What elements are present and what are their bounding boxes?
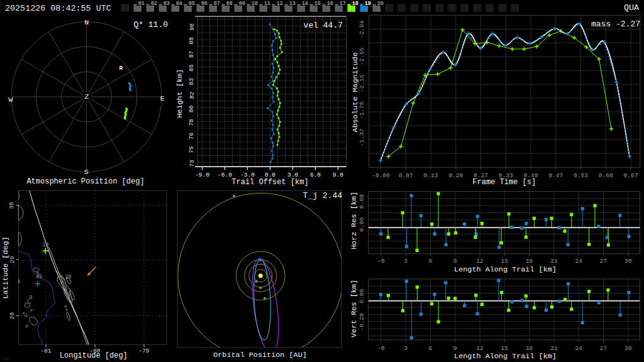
- svg-text:20: 20: [65, 274, 72, 280]
- svg-text:80: 80: [189, 105, 196, 112]
- svg-text:24: 24: [575, 345, 582, 352]
- svg-text:28: 28: [9, 312, 16, 320]
- svg-text:PJW: PJW: [2, 357, 9, 361]
- svg-text:Frame Time [s]: Frame Time [s]: [472, 178, 536, 187]
- svg-text:10: 10: [252, 1, 258, 7]
- svg-text:30: 30: [625, 258, 632, 265]
- svg-text:-9.0: -9.0: [195, 172, 209, 178]
- svg-text:21: 21: [550, 258, 558, 265]
- svg-text:-2.94: -2.94: [358, 20, 365, 38]
- svg-text:02: 02: [151, 1, 157, 7]
- svg-text:Length Along Trail [km]: Length Along Trail [km]: [454, 265, 557, 274]
- svg-text:0.67: 0.67: [624, 172, 638, 179]
- svg-text:0.08: 0.08: [358, 194, 365, 209]
- svg-text:Q* 11.0: Q* 11.0: [133, 20, 168, 30]
- svg-text:Height [km]: Height [km]: [175, 69, 184, 118]
- svg-text:75: 75: [189, 146, 196, 153]
- svg-text:83: 83: [189, 78, 196, 85]
- svg-text:82: 82: [189, 92, 196, 99]
- svg-text:18: 18: [526, 345, 533, 352]
- svg-text:49: 49: [36, 274, 42, 280]
- svg-text:0.07: 0.07: [399, 172, 413, 179]
- svg-text:-3.0: -3.0: [240, 172, 255, 178]
- svg-text:24: 24: [575, 258, 582, 265]
- svg-text:Z: Z: [84, 92, 89, 101]
- svg-text:-79: -79: [138, 348, 149, 354]
- svg-text:0.20: 0.20: [448, 172, 463, 179]
- svg-text:vel 44.7: vel 44.7: [304, 21, 343, 30]
- svg-text:03: 03: [164, 1, 170, 7]
- svg-text:04: 04: [176, 1, 182, 7]
- svg-text:0.53: 0.53: [574, 172, 588, 179]
- svg-text:12: 12: [277, 1, 283, 7]
- svg-text:Trail Offset [km]: Trail Offset [km]: [231, 178, 308, 187]
- svg-text:18: 18: [352, 1, 358, 7]
- svg-text:18: 18: [526, 258, 533, 265]
- svg-text:QUA: QUA: [624, 3, 640, 13]
- svg-text:14: 14: [302, 1, 308, 7]
- svg-text:3.0: 3.0: [287, 172, 298, 178]
- svg-text:0.0: 0.0: [265, 172, 275, 178]
- svg-text:3: 3: [404, 258, 408, 265]
- svg-text:S: S: [84, 168, 89, 176]
- svg-text:16: 16: [43, 242, 49, 248]
- svg-text:mass -2.27: mass -2.27: [591, 19, 640, 29]
- svg-text:E: E: [160, 94, 165, 102]
- svg-text:05: 05: [189, 1, 195, 7]
- svg-text:73: 73: [189, 160, 196, 167]
- svg-text:Longitude [deg]: Longitude [deg]: [60, 351, 128, 360]
- svg-text:20: 20: [377, 1, 384, 7]
- svg-text:Orbital Position [AU]: Orbital Position [AU]: [213, 351, 307, 359]
- svg-text:0.13: 0.13: [424, 172, 438, 179]
- svg-text:27: 27: [600, 258, 607, 265]
- svg-text:13: 13: [289, 1, 296, 7]
- svg-text:01: 01: [138, 1, 145, 7]
- svg-text:-0.28: -0.28: [358, 313, 365, 331]
- svg-text:-6.0: -6.0: [218, 172, 232, 178]
- svg-text:Vert Res [km]: Vert Res [km]: [350, 280, 358, 337]
- svg-text:20251226 08:42:55 UTC: 20251226 08:42:55 UTC: [5, 4, 111, 13]
- svg-text:Atmospheric Position [deg]: Atmospheric Position [deg]: [26, 177, 144, 186]
- svg-text:Latitude [deg]: Latitude [deg]: [1, 236, 10, 299]
- svg-text:-81: -81: [40, 348, 51, 354]
- svg-text:9: 9: [453, 345, 457, 352]
- svg-text:-0: -0: [377, 345, 385, 352]
- svg-text:6.0: 6.0: [310, 172, 321, 178]
- svg-text:-0: -0: [377, 258, 385, 265]
- svg-text:16: 16: [327, 1, 333, 7]
- svg-text:07: 07: [214, 1, 220, 7]
- svg-text:Length Along Trail [km]: Length Along Trail [km]: [454, 352, 557, 361]
- svg-text:15: 15: [501, 258, 509, 265]
- svg-text:0.00: 0.00: [358, 217, 365, 231]
- svg-text:21: 21: [550, 345, 558, 352]
- svg-text:19: 19: [365, 1, 371, 7]
- svg-text:6: 6: [429, 345, 433, 352]
- svg-text:6: 6: [429, 258, 433, 265]
- svg-text:12: 12: [476, 345, 484, 352]
- svg-text:09: 09: [239, 1, 245, 7]
- svg-text:30: 30: [625, 345, 632, 352]
- svg-text:R: R: [119, 65, 123, 72]
- svg-text:11: 11: [264, 1, 270, 7]
- svg-text:12: 12: [476, 258, 484, 265]
- svg-text:90: 90: [189, 23, 196, 31]
- svg-text:15: 15: [314, 1, 321, 7]
- svg-text:85: 85: [189, 64, 196, 72]
- svg-text:30: 30: [9, 202, 16, 209]
- svg-text:0.60: 0.60: [599, 172, 613, 179]
- svg-text:27: 27: [600, 345, 607, 352]
- svg-text:15: 15: [501, 345, 509, 352]
- svg-text:9: 9: [453, 258, 457, 265]
- svg-text:9.0: 9.0: [333, 172, 343, 178]
- svg-text:T_j 2.44: T_j 2.44: [303, 191, 343, 200]
- svg-text:87: 87: [189, 51, 196, 58]
- svg-text:0.47: 0.47: [548, 172, 563, 179]
- svg-text:78: 78: [189, 119, 196, 126]
- svg-text:W: W: [9, 96, 13, 104]
- svg-text:-0.00: -0.00: [372, 172, 390, 179]
- svg-text:3: 3: [404, 345, 408, 352]
- svg-text:Horz Res [km]: Horz Res [km]: [350, 192, 358, 250]
- svg-text:0.00: 0.00: [358, 288, 365, 303]
- svg-text:88: 88: [189, 37, 196, 45]
- svg-text:06: 06: [201, 1, 208, 7]
